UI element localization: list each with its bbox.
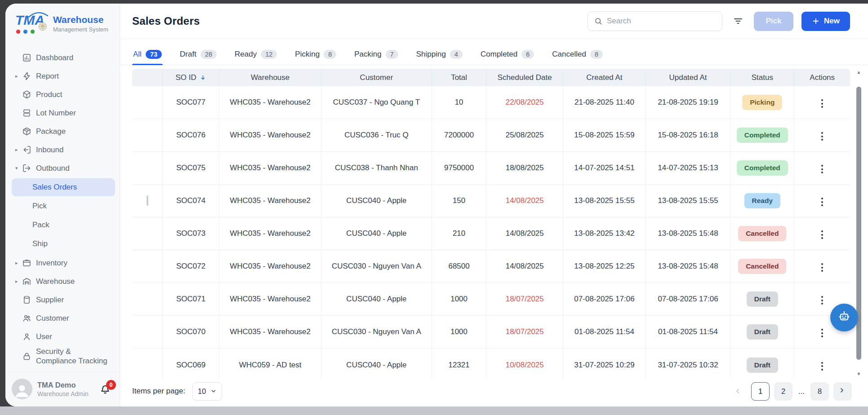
next-page-button[interactable] bbox=[833, 382, 852, 401]
column-header-updated-at[interactable]: Updated At bbox=[645, 69, 730, 86]
sidebar-item-inbound[interactable]: ▸Inbound bbox=[12, 141, 115, 159]
caret-right-icon[interactable]: ▸ bbox=[15, 278, 22, 284]
sidebar-item-customer[interactable]: Customer bbox=[12, 309, 115, 327]
column-header-status[interactable]: Status bbox=[730, 69, 794, 86]
tab-completed[interactable]: Completed6 bbox=[480, 48, 535, 65]
tab-ready[interactable]: Ready12 bbox=[234, 48, 278, 65]
sidebar-item-security-compliance-tracking[interactable]: Security & Compliance Tracking bbox=[12, 346, 115, 367]
row-actions-menu-icon[interactable] bbox=[819, 129, 826, 143]
logo-dot-green bbox=[31, 30, 35, 34]
notifications-button[interactable]: 0 bbox=[99, 383, 111, 395]
user-box[interactable]: TMA Demo Warehouse Admin 0 bbox=[5, 372, 120, 406]
sidebar-item-sales-orders[interactable]: Sales Orders bbox=[12, 178, 115, 196]
page-button-2[interactable]: 2 bbox=[774, 382, 792, 401]
caret-right-icon[interactable]: ▸ bbox=[15, 73, 22, 79]
page-title: Sales Orders bbox=[132, 15, 200, 27]
page-button-1[interactable]: 1 bbox=[751, 382, 770, 401]
column-header-total[interactable]: Total bbox=[432, 69, 486, 86]
row-actions-menu-icon[interactable] bbox=[819, 97, 826, 110]
cell-so-id: SOC077 bbox=[162, 86, 219, 119]
cell-so-id: SOC072 bbox=[162, 250, 219, 283]
tab-picking[interactable]: Picking8 bbox=[294, 48, 337, 65]
sidebar-item-label: Customer bbox=[36, 313, 69, 323]
sidebar-item-outbound[interactable]: ▾Outbound bbox=[12, 159, 115, 177]
caret-right-icon[interactable]: ▸ bbox=[15, 147, 22, 153]
page-button-8[interactable]: 8 bbox=[810, 382, 829, 401]
cell-total: 7200000 bbox=[432, 119, 486, 152]
sidebar-item-product[interactable]: Product bbox=[12, 85, 115, 104]
cell-actions bbox=[794, 250, 850, 283]
new-button[interactable]: New bbox=[801, 12, 850, 31]
security-icon bbox=[22, 351, 31, 361]
table-row-soc072: SOC072WHC035 - Warehouse2CUSC030 - Nguye… bbox=[132, 250, 850, 283]
cell-so-id: SOC075 bbox=[162, 152, 219, 185]
filter-button[interactable] bbox=[730, 13, 746, 29]
lot-number-icon bbox=[22, 108, 31, 118]
cell-warehouse: WHC035 - Warehouse2 bbox=[219, 250, 321, 283]
status-tabs: All73Draft28Ready12Picking8Packing7Shipp… bbox=[120, 39, 868, 65]
sort-descending-icon[interactable] bbox=[200, 74, 206, 81]
caret-down-icon[interactable]: ▾ bbox=[15, 165, 22, 171]
sidebar-item-report[interactable]: ▸Report bbox=[12, 67, 115, 85]
scroll-up-arrow[interactable]: ▲ bbox=[857, 70, 861, 75]
sidebar-item-dashboard[interactable]: Dashboard bbox=[12, 49, 115, 67]
column-header-scheduled-date[interactable]: Scheduled Date bbox=[486, 69, 563, 86]
sidebar-item-supplier[interactable]: Supplier bbox=[12, 291, 115, 309]
scroll-down-arrow[interactable]: ▼ bbox=[857, 371, 861, 377]
brand-name: Warehouse bbox=[53, 14, 108, 25]
row-actions-menu-icon[interactable] bbox=[819, 228, 826, 242]
sidebar-item-pick[interactable]: Pick bbox=[12, 197, 115, 215]
column-header-label: Updated At bbox=[669, 73, 707, 82]
column-header-customer[interactable]: Customer bbox=[321, 69, 432, 86]
product-icon bbox=[22, 90, 31, 100]
tab-count-badge: 7 bbox=[386, 50, 398, 59]
scrollbar-track[interactable] bbox=[856, 75, 861, 371]
sidebar-item-label: Product bbox=[36, 90, 62, 99]
sidebar-nav: Dashboard▸ReportProductLot NumberPackage… bbox=[5, 41, 120, 372]
sidebar: TMA Warehouse Management System Dashboar… bbox=[5, 4, 120, 406]
cell-warehouse: WHC035 - Warehouse2 bbox=[219, 86, 321, 119]
search-box[interactable] bbox=[588, 11, 722, 31]
filter-icon bbox=[733, 16, 743, 26]
tab-packing[interactable]: Packing7 bbox=[353, 48, 399, 65]
sidebar-item-ship[interactable]: Ship bbox=[12, 235, 115, 253]
sidebar-item-package[interactable]: Package bbox=[12, 122, 115, 141]
row-actions-menu-icon[interactable] bbox=[819, 162, 826, 176]
sidebar-item-pack[interactable]: Pack bbox=[12, 216, 115, 234]
sidebar-item-user[interactable]: User bbox=[12, 327, 115, 346]
sidebar-item-inventory[interactable]: ▸Inventory bbox=[12, 254, 115, 272]
sidebar-item-lot-number[interactable]: Lot Number bbox=[12, 104, 115, 122]
row-actions-menu-icon[interactable] bbox=[819, 195, 826, 209]
row-actions-menu-icon[interactable] bbox=[819, 359, 826, 373]
tab-shipping[interactable]: Shipping4 bbox=[415, 48, 463, 65]
cell-scheduled-date: 18/07/2025 bbox=[486, 283, 563, 316]
sidebar-item-warehouse[interactable]: ▸Warehouse bbox=[12, 272, 115, 291]
cell-total: 1000 bbox=[432, 283, 486, 316]
search-input[interactable] bbox=[607, 17, 716, 26]
pick-button[interactable]: Pick bbox=[754, 12, 793, 31]
tab-cancelled[interactable]: Cancelled8 bbox=[551, 48, 604, 65]
tab-all[interactable]: All73 bbox=[132, 48, 163, 65]
items-per-page-select[interactable]: 10 bbox=[192, 382, 222, 401]
row-checkbox[interactable] bbox=[147, 195, 148, 206]
column-header-created-at[interactable]: Created At bbox=[563, 69, 645, 86]
column-header-warehouse[interactable]: Warehouse bbox=[219, 69, 321, 86]
screen-bottom-strip bbox=[0, 406, 868, 415]
row-actions-menu-icon[interactable] bbox=[819, 293, 826, 307]
caret-right-icon[interactable]: ▸ bbox=[15, 260, 22, 266]
table-scrollbar[interactable]: ▲ ▼ bbox=[855, 70, 862, 377]
column-header-so-id[interactable]: SO ID bbox=[162, 69, 219, 86]
cell-so-id: SOC074 bbox=[162, 185, 219, 217]
robot-icon bbox=[837, 310, 852, 325]
cell-updated-at: 13-08-2025 15:48 bbox=[645, 250, 730, 283]
table-row-soc069: SOC069WHC059 - AD testCUSC040 - Apple123… bbox=[132, 349, 850, 379]
tab-draft[interactable]: Draft28 bbox=[179, 48, 218, 65]
chatbot-fab[interactable] bbox=[830, 304, 858, 331]
row-actions-menu-icon[interactable] bbox=[819, 260, 826, 274]
sidebar-item-settings[interactable]: Settings bbox=[12, 367, 115, 372]
row-actions-menu-icon[interactable] bbox=[819, 326, 826, 340]
column-header-actions[interactable]: Actions bbox=[794, 69, 850, 86]
status-badge: Draft bbox=[747, 358, 778, 373]
previous-page-button[interactable] bbox=[728, 382, 747, 401]
cell-scheduled-date: 25/08/2025 bbox=[486, 119, 563, 152]
